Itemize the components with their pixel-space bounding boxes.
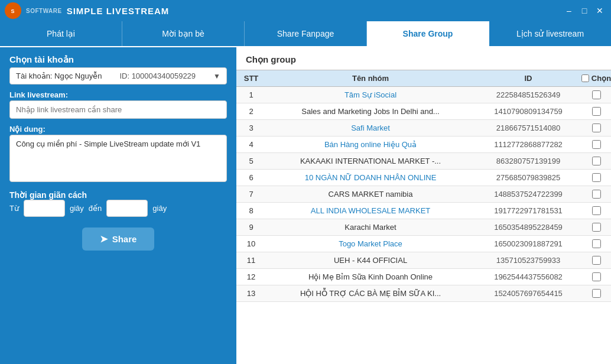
- row-name: Tâm Sự iSocial: [266, 90, 475, 99]
- header-stt: STT: [236, 74, 266, 83]
- row-stt: 6: [236, 173, 266, 182]
- content-label: Nội dung:: [9, 125, 227, 134]
- row-checkbox[interactable]: [592, 140, 601, 149]
- right-panel: Chọn group STT Tên nhóm ID Chọn 1 Tâm Sự…: [236, 47, 611, 364]
- row-checkbox-cell: [581, 206, 611, 215]
- row-checkbox[interactable]: [592, 124, 601, 132]
- share-button-label: Share: [112, 234, 137, 244]
- app-name: SIMPLE LIVESTREAM: [67, 6, 170, 16]
- tab-share-fanpage[interactable]: Share Fanpage: [245, 21, 367, 46]
- row-checkbox[interactable]: [592, 206, 601, 215]
- row-id: 1524057697654415: [475, 289, 581, 298]
- row-checkbox[interactable]: [592, 190, 601, 199]
- main-content: Chọn tài khoản Tài khoản: Ngọc Nguyễn ID…: [0, 47, 611, 364]
- to-label: đến: [89, 204, 102, 213]
- row-id: 1488537524722399: [475, 190, 581, 199]
- row-stt: 7: [236, 190, 266, 199]
- row-checkbox-cell: [581, 173, 611, 182]
- row-name: ALL INDIA WHOLESALE MARKET: [266, 206, 475, 215]
- row-name: 10 NGÀN NỮ DOANH NHÂN ONLINE: [266, 173, 475, 182]
- share-button[interactable]: ➤ Share: [82, 228, 155, 251]
- tab-moi-ban-be[interactable]: Mời bạn bè: [122, 21, 245, 46]
- from-label: Từ: [9, 204, 19, 213]
- table-row: 6 10 NGÀN NỮ DOANH NHÂN ONLINE 275685079…: [236, 170, 611, 186]
- table-row: 11 UEH - K44 OFFICIAL 135710523759933: [236, 252, 611, 269]
- row-stt: 10: [236, 239, 266, 248]
- row-checkbox[interactable]: [592, 239, 601, 248]
- app-logo: S: [5, 2, 21, 19]
- row-stt: 5: [236, 157, 266, 165]
- row-checkbox-cell: [581, 223, 611, 232]
- from-input[interactable]: [24, 200, 65, 217]
- row-id: 222584851526349: [475, 90, 581, 99]
- table-row: 10 Togo Market Place 1650023091887291: [236, 236, 611, 252]
- row-checkbox[interactable]: [592, 157, 601, 165]
- table-row: 2 Sales and Marketing Jobs In Delhi and.…: [236, 103, 611, 120]
- close-button[interactable]: ✕: [593, 4, 606, 17]
- title-bar-left: S SOFTWARE SIMPLE LIVESTREAM: [5, 2, 169, 19]
- account-display-name: Tài khoản: Ngọc Nguyễn: [16, 72, 102, 80]
- row-checkbox[interactable]: [592, 256, 601, 265]
- row-checkbox[interactable]: [592, 173, 601, 182]
- row-id: 1410790809134759: [475, 107, 581, 116]
- table-row: 7 CARS MARKET namibia 1488537524722399: [236, 186, 611, 203]
- minimize-button[interactable]: –: [563, 4, 576, 17]
- table-row: 13 HỘI HỖ TRỢ CÁC BÀ MẸ BỈM SỮA KI... 15…: [236, 285, 611, 302]
- chevron-down-icon: ▼: [213, 72, 220, 80]
- header-chon: Chọn: [581, 74, 611, 83]
- row-id: 135710523759933: [475, 256, 581, 265]
- left-panel: Chọn tài khoản Tài khoản: Ngọc Nguyễn ID…: [0, 47, 236, 364]
- row-name: CARS MARKET namibia: [266, 190, 475, 199]
- row-name: Hội Mẹ Bỉm Sữa Kinh Doanh Online: [266, 272, 475, 281]
- account-section-label: Chọn tài khoản: [9, 54, 227, 65]
- link-input[interactable]: [9, 100, 227, 119]
- svg-text:S: S: [11, 8, 15, 14]
- to-unit: giây: [152, 204, 167, 213]
- group-table: STT Tên nhóm ID Chọn 1 Tâm Sự iSocial 22…: [236, 70, 611, 364]
- table-row: 5 KAKAAKI INTERNATIONAL MARKET -... 8632…: [236, 153, 611, 170]
- row-checkbox[interactable]: [592, 289, 601, 298]
- link-label: Link livestream:: [9, 90, 227, 99]
- table-row: 8 ALL INDIA WHOLESALE MARKET 19177229717…: [236, 203, 611, 219]
- row-stt: 3: [236, 124, 266, 132]
- row-checkbox-cell: [581, 239, 611, 248]
- title-bar: S SOFTWARE SIMPLE LIVESTREAM – □ ✕: [0, 0, 611, 21]
- row-name: Togo Market Place: [266, 239, 475, 248]
- row-checkbox[interactable]: [592, 90, 601, 99]
- row-checkbox[interactable]: [592, 107, 601, 116]
- table-row: 1 Tâm Sự iSocial 222584851526349: [236, 87, 611, 103]
- row-name: UEH - K44 OFFICIAL: [266, 256, 475, 265]
- row-checkbox-cell: [581, 140, 611, 149]
- to-input[interactable]: [106, 200, 148, 217]
- row-id: 1962544437556082: [475, 272, 581, 281]
- row-name: Karachi Market: [266, 223, 475, 232]
- share-arrow-icon: ➤: [100, 233, 108, 245]
- select-all-checkbox[interactable]: [581, 74, 589, 83]
- row-stt: 1: [236, 90, 266, 99]
- row-stt: 4: [236, 140, 266, 149]
- row-checkbox-cell: [581, 272, 611, 281]
- row-checkbox-cell: [581, 256, 611, 265]
- row-checkbox[interactable]: [592, 223, 601, 232]
- row-name: HỘI HỖ TRỢ CÁC BÀ MẸ BỈM SỮA KI...: [266, 289, 475, 298]
- tab-lich-su[interactable]: Lịch sử livestream: [489, 21, 611, 46]
- table-row: 4 Bán Hàng online Hiệu Quả 1112772868877…: [236, 136, 611, 153]
- header-id: ID: [475, 74, 581, 83]
- row-stt: 11: [236, 256, 266, 265]
- nav-tabs: Phát lại Mời bạn bè Share Fanpage Share …: [0, 21, 611, 47]
- tab-share-group[interactable]: Share Group: [367, 21, 489, 46]
- maximize-button[interactable]: □: [578, 4, 591, 17]
- tab-phat-lai[interactable]: Phát lại: [0, 21, 122, 46]
- time-section-label: Thời gian giãn cách: [9, 190, 227, 200]
- account-select[interactable]: Tài khoản: Ngọc Nguyễn ID: 1000043400592…: [9, 67, 227, 84]
- row-checkbox[interactable]: [592, 272, 601, 281]
- account-id: ID: 100004340059229: [119, 72, 196, 80]
- content-textarea[interactable]: Công cụ miền phí - Simple LiveStream upd…: [9, 135, 227, 182]
- chon-group-label: Chọn group: [236, 54, 611, 70]
- row-name: Sales and Marketing Jobs In Delhi and...: [266, 107, 475, 116]
- row-checkbox-cell: [581, 190, 611, 199]
- software-label: SOFTWARE: [26, 8, 62, 14]
- table-body: 1 Tâm Sự iSocial 222584851526349 2 Sales…: [236, 87, 611, 364]
- row-checkbox-cell: [581, 107, 611, 116]
- row-name: Safi Market: [266, 124, 475, 132]
